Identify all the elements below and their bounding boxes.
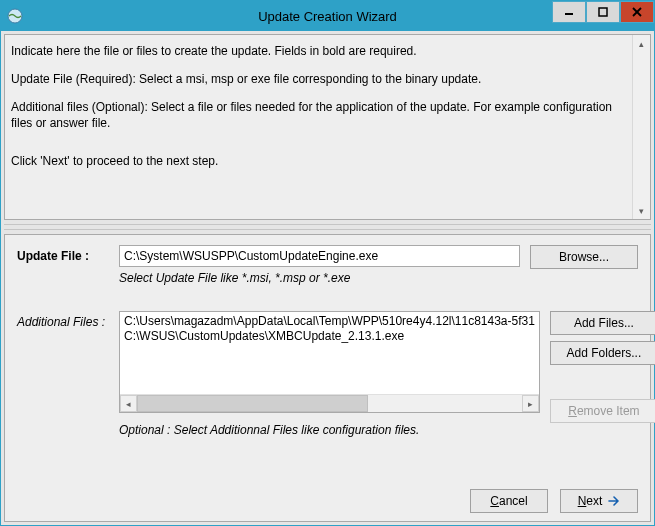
- instruction-line: Indicate here the file or files to creat…: [11, 43, 628, 59]
- next-button[interactable]: Next: [560, 489, 638, 513]
- additional-files-row: Additional Files : C:\Users\magazadm\App…: [17, 311, 638, 437]
- form-panel: Update File : Select Update File like *.…: [4, 234, 651, 522]
- window-controls: [552, 1, 654, 23]
- instruction-line: Update File (Required): Select a msi, ms…: [11, 71, 628, 87]
- remove-item-button: Remove Item: [550, 399, 655, 423]
- wizard-buttons: Cancel Next: [17, 479, 638, 513]
- close-button[interactable]: [620, 1, 654, 23]
- scroll-up-icon[interactable]: ▴: [633, 35, 650, 52]
- title-bar: Update Creation Wizard: [1, 1, 654, 31]
- additional-files-list[interactable]: C:\Users\magazadm\AppData\Local\Temp\WPP…: [119, 311, 540, 413]
- app-icon: [7, 8, 23, 24]
- minimize-button[interactable]: [552, 1, 586, 23]
- list-item[interactable]: C:\Users\magazadm\AppData\Local\Temp\WPP…: [124, 314, 535, 329]
- maximize-button[interactable]: [586, 1, 620, 23]
- update-file-row: Update File : Select Update File like *.…: [17, 245, 638, 285]
- scroll-left-icon[interactable]: ◂: [120, 395, 137, 412]
- divider: [4, 224, 651, 230]
- browse-button[interactable]: Browse...: [530, 245, 638, 269]
- additional-files-label: Additional Files :: [17, 311, 119, 329]
- instructions-scrollbar[interactable]: ▴ ▾: [632, 35, 650, 219]
- arrow-right-icon: [608, 496, 620, 506]
- horizontal-scrollbar[interactable]: ◂ ▸: [120, 394, 539, 412]
- wizard-window: Update Creation Wizard Indicate here the…: [0, 0, 655, 526]
- scroll-down-icon[interactable]: ▾: [633, 202, 650, 219]
- additional-files-hint: Optional : Select Additionnal Files like…: [119, 423, 540, 437]
- update-file-input[interactable]: [119, 245, 520, 267]
- list-item[interactable]: C:\WSUS\CustomUpdates\XMBCUpdate_2.13.1.…: [124, 329, 535, 344]
- instructions-panel: Indicate here the file or files to creat…: [4, 34, 651, 220]
- update-file-label: Update File :: [17, 245, 119, 263]
- instruction-line: Additional files (Optional): Select a fi…: [11, 99, 628, 131]
- add-files-button[interactable]: Add Files...: [550, 311, 655, 335]
- scroll-right-icon[interactable]: ▸: [522, 395, 539, 412]
- instruction-line: Click 'Next' to proceed to the next step…: [11, 153, 628, 169]
- scrollbar-thumb[interactable]: [137, 395, 368, 412]
- cancel-button[interactable]: Cancel: [470, 489, 548, 513]
- add-folders-button[interactable]: Add Folders...: [550, 341, 655, 365]
- svg-rect-2: [599, 8, 607, 16]
- update-file-hint: Select Update File like *.msi, *.msp or …: [119, 271, 520, 285]
